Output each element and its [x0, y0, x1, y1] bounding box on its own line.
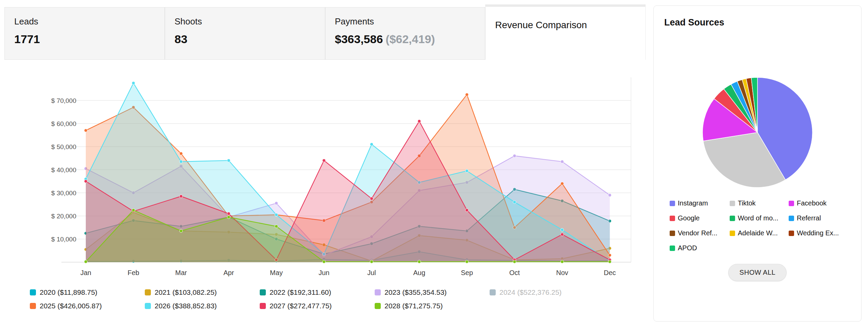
pie-legend-label: Tiktok — [738, 199, 756, 207]
revenue-panel: Leads 1771 Shoots 83 Payments $363,586($… — [4, 4, 646, 322]
svg-text:Sep: Sep — [461, 269, 473, 276]
svg-text:$ 70,000: $ 70,000 — [51, 97, 76, 104]
payments-amount: $363,586 — [335, 33, 383, 46]
pie-legend-item-wedding-ex[interactable]: Wedding Ex... — [789, 229, 853, 237]
legend-color-swatch — [260, 289, 266, 295]
pie-legend-label: Google — [678, 214, 700, 222]
pie-legend-label: Facebook — [797, 199, 827, 207]
leads-label: Leads — [14, 16, 164, 27]
legend-color-swatch — [260, 303, 266, 309]
stats-tab-bar: Leads 1771 Shoots 83 Payments $363,586($… — [4, 4, 646, 60]
chart-legend-item-2023[interactable]: 2023 ($355,354.53) — [375, 288, 490, 296]
svg-text:$ 50,000: $ 50,000 — [51, 143, 76, 150]
pie-color-swatch — [670, 246, 675, 251]
legend-label: 2026 ($388,852.83) — [155, 302, 217, 310]
pie-legend-item-word-of-mo[interactable]: Word of mo... — [730, 214, 789, 222]
legend-label: 2022 ($192,311.60) — [270, 288, 331, 296]
leads-value: 1771 — [14, 33, 164, 46]
legend-label: 2025 ($426,005.87) — [40, 302, 102, 310]
legend-color-swatch — [375, 303, 381, 309]
tab-leads[interactable]: Leads 1771 — [4, 7, 165, 60]
pie-legend-item-google[interactable]: Google — [670, 214, 730, 222]
legend-color-swatch — [490, 289, 496, 295]
svg-text:$ 60,000: $ 60,000 — [51, 120, 76, 127]
pie-legend-item-adelaide-w[interactable]: Adelaide W... — [730, 229, 789, 237]
svg-text:May: May — [270, 269, 283, 276]
pie-color-swatch — [670, 216, 675, 221]
legend-color-swatch — [375, 289, 381, 295]
tab-shoots[interactable]: Shoots 83 — [165, 7, 325, 60]
svg-text:Mar: Mar — [175, 269, 187, 276]
lead-sources-pie-chart — [702, 76, 813, 188]
pie-legend-item-instagram[interactable]: Instagram — [670, 199, 730, 207]
svg-text:Jan: Jan — [80, 269, 91, 276]
lead-sources-title: Lead Sources — [664, 17, 724, 28]
legend-color-swatch — [30, 303, 36, 309]
legend-label: 2027 ($272,477.75) — [270, 302, 332, 310]
pie-color-swatch — [730, 201, 735, 206]
svg-text:Jun: Jun — [318, 269, 329, 276]
chart-legend-item-2020[interactable]: 2020 ($11,898.75) — [30, 288, 145, 296]
chart-legend: 2020 ($11,898.75)2021 ($103,082.25)2022 … — [30, 288, 605, 310]
revenue-comparison-title: Revenue Comparison — [495, 20, 645, 31]
svg-text:Oct: Oct — [509, 269, 520, 276]
legend-label: 2020 ($11,898.75) — [40, 288, 97, 296]
pie-legend-item-referral[interactable]: Referral — [789, 214, 853, 222]
svg-text:Apr: Apr — [223, 269, 234, 276]
svg-text:Aug: Aug — [413, 269, 426, 276]
legend-color-swatch — [30, 289, 36, 295]
legend-label: 2023 ($355,354.53) — [384, 288, 447, 296]
svg-text:$ 30,000: $ 30,000 — [51, 189, 76, 197]
pie-legend-label: Referral — [797, 214, 821, 222]
lead-sources-legend: InstagramTiktokFacebookGoogleWord of mo.… — [670, 199, 853, 252]
pie-legend-item-apod[interactable]: APOD — [670, 244, 730, 252]
legend-color-swatch — [145, 289, 151, 295]
svg-text:$ 20,000: $ 20,000 — [51, 213, 76, 220]
tab-payments[interactable]: Payments $363,586($62,419) — [325, 7, 486, 60]
shoots-label: Shoots — [175, 16, 325, 27]
payments-value: $363,586($62,419) — [335, 33, 485, 46]
legend-label: 2028 ($71,275.75) — [384, 302, 443, 310]
legend-color-swatch — [145, 303, 151, 309]
chart-legend-item-2027[interactable]: 2027 ($272,477.75) — [260, 302, 375, 310]
chart-legend-item-2021[interactable]: 2021 ($103,082.25) — [145, 288, 260, 296]
pie-legend-item-facebook[interactable]: Facebook — [789, 199, 853, 207]
payments-label: Payments — [335, 16, 485, 27]
pie-legend-label: Wedding Ex... — [797, 229, 839, 237]
svg-text:Dec: Dec — [604, 269, 616, 276]
chart-legend-item-2022[interactable]: 2022 ($192,311.60) — [260, 288, 375, 296]
pie-legend-item-tiktok[interactable]: Tiktok — [730, 199, 789, 207]
svg-text:$ 10,000: $ 10,000 — [51, 236, 76, 243]
pie-legend-item-vendor-ref[interactable]: Vendor Ref... — [670, 229, 730, 237]
legend-label: 2024 ($522,376.25) — [499, 288, 561, 296]
tab-revenue-comparison[interactable]: Revenue Comparison — [485, 4, 646, 60]
svg-text:Nov: Nov — [556, 269, 568, 276]
svg-text:Jul: Jul — [367, 269, 376, 276]
chart-legend-item-2026[interactable]: 2026 ($388,852.83) — [145, 302, 260, 310]
chart-legend-item-2024[interactable]: 2024 ($522,376.25) — [490, 288, 605, 296]
pie-color-swatch — [789, 216, 794, 221]
pie-legend-label: Adelaide W... — [738, 229, 778, 237]
pie-legend-label: Word of mo... — [738, 214, 778, 222]
svg-text:Feb: Feb — [127, 269, 139, 276]
pie-color-swatch — [789, 201, 794, 206]
pie-legend-label: Instagram — [678, 199, 708, 207]
shoots-value: 83 — [175, 33, 325, 46]
legend-label: 2021 ($103,082.25) — [155, 288, 217, 296]
pie-color-swatch — [670, 201, 675, 206]
pie-color-swatch — [670, 231, 675, 236]
revenue-comparison-chart: $ 10,000$ 20,000$ 30,000$ 40,000$ 50,000… — [4, 60, 646, 284]
chart-legend-item-2025[interactable]: 2025 ($426,005.87) — [30, 302, 145, 310]
pie-color-swatch — [730, 216, 735, 221]
show-all-button[interactable]: SHOW ALL — [728, 264, 787, 281]
pie-color-swatch — [730, 231, 735, 236]
payments-secondary-amount: ($62,419) — [386, 33, 435, 46]
chart-legend-item-2028[interactable]: 2028 ($71,275.75) — [375, 302, 490, 310]
pie-color-swatch — [789, 231, 794, 236]
pie-legend-label: APOD — [678, 244, 697, 252]
pie-legend-label: Vendor Ref... — [678, 229, 717, 237]
lead-sources-panel: Lead Sources InstagramTiktokFacebookGoog… — [653, 5, 862, 322]
svg-text:$ 40,000: $ 40,000 — [51, 166, 76, 174]
